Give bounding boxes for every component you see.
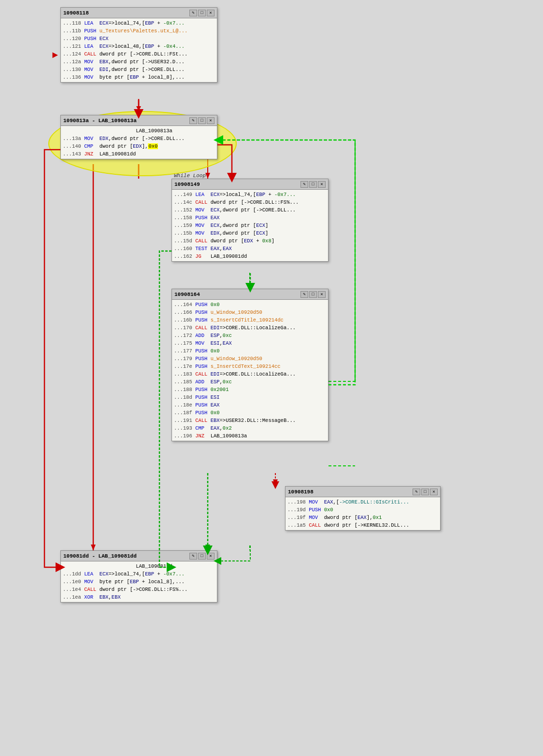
code-line: ...1a5 CALL dword ptr [->KERNEL32.DLL... bbox=[287, 521, 438, 529]
block-10908118: 10908118 ✎ □ ✕ ...118 LEA ECX=>local_74,… bbox=[60, 7, 217, 83]
block-content-1: ...118 LEA ECX=>local_74,[EBP + -0x7... … bbox=[61, 18, 217, 82]
code-line: ...16b PUSH s_InsertCdTitle_109214dc bbox=[174, 316, 326, 324]
min-btn-1[interactable]: □ bbox=[198, 10, 206, 16]
code-line: ...1dd LEA ECX=>local_74,[EBP + -0x7... bbox=[63, 570, 215, 578]
block-controls-4[interactable]: ✎ □ ✕ bbox=[300, 291, 326, 298]
code-line: ...18e PUSH EAX bbox=[174, 401, 326, 409]
svg-marker-4 bbox=[91, 545, 96, 550]
block-header-6: 109081dd - LAB_109081dd ✎ □ ✕ bbox=[61, 551, 217, 561]
edit-btn-2[interactable]: ✎ bbox=[189, 117, 197, 124]
code-line: ...18d PUSH ESI bbox=[174, 393, 326, 401]
block-controls-5[interactable]: ✎ □ ✕ bbox=[413, 489, 438, 495]
code-line: ...19d PUSH 0x0 bbox=[287, 506, 438, 514]
svg-marker-9 bbox=[205, 173, 210, 179]
block-header-2: 1090813a - LAB_1090813a ✎ □ ✕ bbox=[61, 115, 217, 126]
min-btn-3[interactable]: □ bbox=[309, 181, 317, 188]
code-line: ...18f PUSH 0x0 bbox=[174, 409, 326, 417]
svg-marker-20 bbox=[273, 479, 278, 485]
block-header-1: 10908118 ✎ □ ✕ bbox=[61, 8, 217, 18]
code-line: ...152 MOV ECX,dword ptr [->CORE.DLL... bbox=[174, 206, 326, 214]
code-line: ...185 ADD ESP,0xc bbox=[174, 378, 326, 386]
close-btn-6[interactable]: ✕ bbox=[207, 553, 214, 560]
code-line: ...120 PUSH ECX bbox=[63, 35, 215, 42]
block-109081dd: 109081dd - LAB_109081dd ✎ □ ✕ LAB_109081… bbox=[60, 550, 217, 602]
code-line: ...172 ADD ESP,0xc bbox=[174, 332, 326, 339]
min-btn-5[interactable]: □ bbox=[421, 489, 429, 495]
code-line: ...130 MOV EDI,dword ptr [->CORE.DLL... bbox=[63, 66, 215, 73]
block-10908164: 10908164 ✎ □ ✕ ...164 PUSH 0x0 ...166 PU… bbox=[171, 289, 329, 441]
edit-btn-5[interactable]: ✎ bbox=[413, 489, 420, 495]
svg-marker-1 bbox=[136, 106, 141, 111]
code-line: ...19f MOV dword ptr [EAX],0x1 bbox=[287, 514, 438, 521]
code-line: ...159 MOV ECX,dword ptr [ECX] bbox=[174, 222, 326, 229]
code-line: ...158 PUSH EAX bbox=[174, 214, 326, 222]
code-line: ...198 MOV EAX,[->CORE.DLL::GIsCriti... bbox=[287, 498, 438, 506]
block-1090813a: 1090813a - LAB_1090813a ✎ □ ✕ LAB_109081… bbox=[60, 115, 217, 159]
block-title-4: 10908164 bbox=[174, 292, 200, 297]
code-line: ...136 MOV byte ptr [EBP + local_8],... bbox=[63, 73, 215, 81]
edit-btn-1[interactable]: ✎ bbox=[189, 10, 197, 16]
block-title-2: 1090813a - LAB_1090813a bbox=[63, 118, 137, 124]
code-line: ...166 PUSH u_Window_10920d50 bbox=[174, 308, 326, 316]
code-line: ...14c CALL dword ptr [->CORE.DLL::FS%..… bbox=[174, 198, 326, 206]
code-line: LAB_109081dd bbox=[63, 562, 215, 570]
block-content-2: LAB_1090813a ...13a MOV EDX,dword ptr [-… bbox=[61, 126, 217, 159]
code-line: ...140 CMP dword ptr [EDX],0x0 bbox=[63, 142, 215, 150]
code-line: ...188 PUSH 0x2001 bbox=[174, 386, 326, 393]
close-btn-5[interactable]: ✕ bbox=[430, 489, 438, 495]
code-line: ...17e PUSH s_InsertCdText_109214cc bbox=[174, 363, 326, 370]
code-line: ...162 JG LAB_109081dd bbox=[174, 252, 326, 260]
code-line: ...11b PUSH u_Textures\Palettes.utx_L@..… bbox=[63, 27, 215, 35]
code-line: ...1ea XOR EBX,EBX bbox=[63, 593, 215, 601]
svg-marker-16 bbox=[205, 545, 210, 550]
code-line: ...124 CALL dword ptr [->CORE.DLL::FSt..… bbox=[63, 50, 215, 58]
code-line: ...183 CALL EDI=>CORE.DLL::LocalizeGa... bbox=[174, 370, 326, 378]
code-line: ...177 PUSH 0x0 bbox=[174, 347, 326, 355]
while-loop-label: While Loop bbox=[174, 173, 206, 179]
red-arrow-indicator: ► bbox=[52, 50, 58, 61]
code-line: LAB_1090813a bbox=[63, 127, 215, 135]
block-title-1: 10908118 bbox=[63, 10, 89, 16]
code-line: ...193 CMP EAX,0x2 bbox=[174, 424, 326, 432]
block-controls-1[interactable]: ✎ □ ✕ bbox=[189, 10, 214, 16]
min-btn-6[interactable]: □ bbox=[198, 553, 206, 560]
min-btn-4[interactable]: □ bbox=[309, 291, 317, 298]
block-controls-2[interactable]: ✎ □ ✕ bbox=[189, 117, 214, 124]
code-line: ...121 LEA ECX=>local_48,[EBP + -0x4... bbox=[63, 42, 215, 50]
block-header-4: 10908164 ✎ □ ✕ bbox=[172, 289, 328, 300]
code-line: ...170 CALL EDI=>CORE.DLL::LocalizeGa... bbox=[174, 324, 326, 332]
close-btn-3[interactable]: ✕ bbox=[318, 181, 326, 188]
code-line: ...118 LEA ECX=>local_74,[EBP + -0x7... bbox=[63, 19, 215, 27]
code-line: ...12a MOV EBX,dword ptr [->USER32.D... bbox=[63, 58, 215, 66]
edit-btn-4[interactable]: ✎ bbox=[300, 291, 308, 298]
main-canvas: ► 10908118 ✎ □ ✕ ...118 LEA ECX=>local_7… bbox=[0, 0, 543, 756]
code-line: ...160 TEST EAX,EAX bbox=[174, 245, 326, 252]
block-content-5: ...198 MOV EAX,[->CORE.DLL::GIsCriti... … bbox=[286, 497, 440, 530]
close-btn-2[interactable]: ✕ bbox=[207, 117, 214, 124]
block-content-6: LAB_109081dd ...1dd LEA ECX=>local_74,[E… bbox=[61, 561, 217, 602]
block-content-3: ...149 LEA ECX=>local_74,[EBP + -0x7... … bbox=[172, 190, 328, 261]
code-line: ...143 JNZ LAB_109081dd bbox=[63, 150, 215, 158]
code-line: ...149 LEA ECX=>local_74,[EBP + -0x7... bbox=[174, 191, 326, 198]
block-header-5: 10908198 ✎ □ ✕ bbox=[286, 487, 440, 497]
code-line: ...1e4 CALL dword ptr [->CORE.DLL::FS%..… bbox=[63, 586, 215, 593]
code-line: ...179 PUSH u_Window_10920d50 bbox=[174, 355, 326, 363]
close-btn-4[interactable]: ✕ bbox=[318, 291, 326, 298]
block-title-6: 109081dd - LAB_109081dd bbox=[63, 553, 137, 559]
code-line: ...196 JNZ LAB_1090813a bbox=[174, 432, 326, 440]
code-line: ...175 MOV ESI,EAX bbox=[174, 339, 326, 347]
block-10908198: 10908198 ✎ □ ✕ ...198 MOV EAX,[->CORE.DL… bbox=[285, 486, 441, 531]
block-controls-3[interactable]: ✎ □ ✕ bbox=[300, 181, 326, 188]
code-line: ...15b MOV EDX,dword ptr [ECX] bbox=[174, 229, 326, 237]
close-btn-1[interactable]: ✕ bbox=[207, 10, 214, 16]
code-line: ...191 CALL EBX=>USER32.DLL::MessageB... bbox=[174, 417, 326, 424]
code-line: ...164 PUSH 0x0 bbox=[174, 301, 326, 308]
edit-btn-6[interactable]: ✎ bbox=[189, 553, 197, 560]
block-title-5: 10908198 bbox=[288, 489, 314, 495]
block-title-3: 10908149 bbox=[174, 182, 200, 187]
block-controls-6[interactable]: ✎ □ ✕ bbox=[189, 553, 214, 560]
edit-btn-3[interactable]: ✎ bbox=[300, 181, 308, 188]
min-btn-2[interactable]: □ bbox=[198, 117, 206, 124]
block-10908149: 10908149 ✎ □ ✕ ...149 LEA ECX=>local_74,… bbox=[171, 179, 329, 262]
block-header-3: 10908149 ✎ □ ✕ bbox=[172, 179, 328, 190]
